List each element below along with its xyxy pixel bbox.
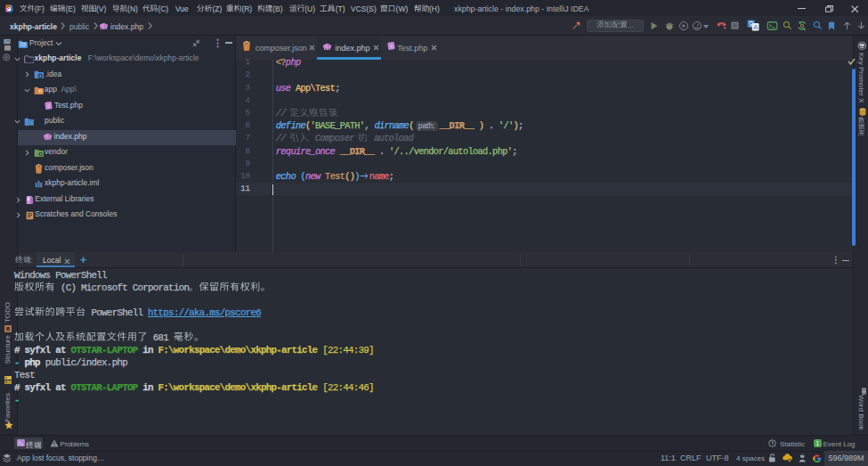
svg-text:A: A bbox=[753, 23, 758, 31]
